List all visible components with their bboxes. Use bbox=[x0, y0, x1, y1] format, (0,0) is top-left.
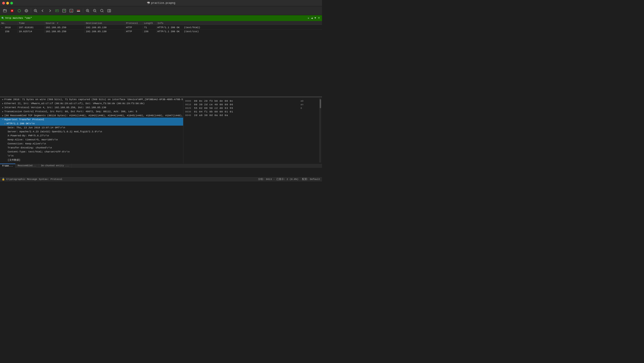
open-file-button[interactable] bbox=[2, 7, 8, 14]
filter-bar: 🔍 http matches "cms" ✕ ◀ ▼ + bbox=[0, 15, 322, 21]
hex-offset: 0000 bbox=[185, 100, 192, 102]
filter-actions: ✕ ◀ ▼ + bbox=[307, 16, 321, 20]
tab-frame[interactable]: Frame... bbox=[0, 164, 16, 168]
hex-ascii: an bbox=[300, 103, 318, 106]
svg-point-6 bbox=[25, 9, 28, 12]
packet-source: 192.168.85.250 bbox=[45, 30, 85, 33]
expand-arrow[interactable]: ▼ bbox=[2, 118, 3, 121]
expand-arrow[interactable]: ▶ bbox=[2, 114, 3, 117]
packet-no: 158 bbox=[0, 30, 18, 33]
tree-item-text: [66 Reassembled TCP Segments (88116 byte… bbox=[4, 114, 183, 117]
packet-protocol: HTTP bbox=[125, 30, 143, 33]
tree-item-text: Internet Protocol Version 4, Src: 192.16… bbox=[4, 106, 106, 109]
hex-offset: 0040 bbox=[185, 114, 192, 117]
column-header-info[interactable]: Info bbox=[156, 22, 322, 24]
packet-row[interactable]: 158 19.625714 192.168.85.250 192.168.85.… bbox=[0, 29, 322, 33]
scroll-down-button[interactable] bbox=[68, 7, 74, 14]
packet-list: No. Time Source ▼ Destination Protocol L… bbox=[0, 21, 322, 34]
colorize-button[interactable] bbox=[75, 7, 82, 14]
maximize-button[interactable] bbox=[10, 2, 13, 4]
tree-item-text: \r\n bbox=[8, 154, 14, 157]
minimize-button[interactable] bbox=[6, 2, 9, 4]
tab-reassembled[interactable]: Reassembled... bbox=[16, 164, 39, 168]
filter-bookmark-button[interactable]: ◀ bbox=[310, 16, 313, 20]
tree-item-http[interactable]: ▼ Hypertext Transfer Protocol bbox=[0, 118, 183, 122]
hex-bytes: 55 82 00 50 c2 d0 63 55 bbox=[194, 107, 299, 109]
tree-item-http-date[interactable]: Date: Thu, 13 Jun 2019 13:07:14 GMT\r\n bbox=[0, 126, 183, 130]
hex-scrollbar[interactable] bbox=[319, 98, 321, 162]
back-button[interactable] bbox=[40, 7, 46, 14]
filter-icon: 🔍 bbox=[1, 17, 4, 20]
expand-arrow[interactable]: ▶ bbox=[2, 106, 3, 109]
hex-bytes: 01 04 f1 9b 00 00 01 01 bbox=[194, 110, 299, 113]
capture-options-button[interactable] bbox=[23, 7, 30, 14]
window-controls[interactable] bbox=[2, 2, 13, 4]
tree-item-http-xpowered[interactable]: X-Powered-By: PHP/5.6.27\r\n bbox=[0, 134, 183, 138]
column-header-protocol[interactable]: Protocol bbox=[125, 22, 143, 24]
sort-arrow: ▼ bbox=[57, 22, 58, 24]
close-file-button[interactable] bbox=[9, 7, 15, 14]
packet-time: 197.619101 bbox=[18, 26, 45, 29]
tree-item-tcp[interactable]: ▶ Transmission Control Protocol, Src Por… bbox=[0, 109, 183, 114]
packet-list-header: No. Time Source ▼ Destination Protocol L… bbox=[0, 21, 322, 25]
close-button[interactable] bbox=[2, 2, 5, 4]
svg-rect-31 bbox=[108, 9, 111, 12]
svg-rect-21 bbox=[77, 11, 80, 12]
zoom-in-btn2[interactable] bbox=[84, 7, 91, 14]
tree-item-http-server[interactable]: Server: Apache/2.4.23 (Win32) OpenSSL/1.… bbox=[0, 130, 183, 134]
scroll-up-button[interactable] bbox=[61, 7, 67, 14]
tree-item-text: X-Powered-By: PHP/5.6.27\r\n bbox=[8, 134, 49, 137]
bottom-tabs: Frame... Reassembled... De-chunked entit… bbox=[0, 163, 322, 168]
detail-area: ▶ Frame 2018: 71 bytes on wire (568 bits… bbox=[0, 97, 322, 163]
zoom-in-button[interactable] bbox=[32, 7, 39, 14]
tab-dechunked[interactable]: De-chunked entity ... bbox=[39, 164, 72, 168]
go-to-packet-button[interactable] bbox=[54, 7, 60, 14]
column-header-no[interactable]: No. bbox=[0, 22, 18, 24]
expand-arrow[interactable]: ▶ bbox=[2, 98, 3, 101]
tree-item-ethernet[interactable]: ▶ Ethernet II, Src: VMware_a3:c7:cf (00:… bbox=[0, 101, 183, 105]
tree-item-text: Server: Apache/2.4.23 (Win32) OpenSSL/1.… bbox=[8, 130, 102, 133]
packet-row[interactable]: ← 2018 197.619101 192.168.85.250 192.168… bbox=[0, 25, 322, 29]
packet-time: 19.625714 bbox=[18, 30, 45, 33]
resize-columns-btn[interactable] bbox=[106, 7, 112, 14]
expand-arrow[interactable]: ▶ bbox=[2, 110, 3, 113]
status-profile: Cryptographic Message Syntax: Protocol bbox=[6, 178, 62, 181]
svg-rect-20 bbox=[77, 10, 80, 10]
filter-input[interactable]: http matches "cms" bbox=[5, 17, 306, 19]
tree-item-text: Connection: Keep-Alive\r\n bbox=[8, 142, 46, 145]
tree-item-reassembled[interactable]: ▶ [66 Reassembled TCP Segments (88116 by… bbox=[0, 114, 183, 118]
tree-item-http-keepalive[interactable]: Keep-Alive: timeout=5, max=100\r\n bbox=[0, 138, 183, 142]
zoom-out-btn[interactable] bbox=[92, 7, 98, 14]
packet-length: 156 bbox=[143, 30, 156, 33]
expand-arrow[interactable]: ▶ bbox=[2, 102, 3, 105]
column-header-source[interactable]: Source ▼ bbox=[45, 22, 85, 24]
toolbar-separator-1 bbox=[31, 8, 31, 13]
tree-item-http-filedata[interactable]: [文件数据] bbox=[0, 158, 183, 162]
column-header-time[interactable]: Time bbox=[18, 22, 45, 24]
tree-item-http-content-type[interactable]: Content-Type: text/html; charset=UTF-8\r… bbox=[0, 150, 183, 154]
hex-bytes: 00 0c 29 f3 b8 de 00 0c bbox=[194, 100, 299, 102]
tree-item-http-crlf[interactable]: \r\n bbox=[0, 154, 183, 158]
reload-button[interactable] bbox=[16, 7, 22, 14]
tree-item-ip[interactable]: ▶ Internet Protocol Version 4, Src: 192.… bbox=[0, 105, 183, 109]
zoom-normal-btn[interactable] bbox=[99, 7, 105, 14]
tree-item-http-transfer[interactable]: Transfer-Encoding: chunked\r\n bbox=[0, 146, 183, 150]
column-header-destination[interactable]: Destination bbox=[85, 22, 125, 24]
packet-length: 71 bbox=[143, 26, 156, 29]
toolbar bbox=[0, 6, 322, 15]
svg-line-28 bbox=[96, 11, 96, 12]
tree-item-http-status[interactable]: ▶ HTTP/1.1 200 OK\r\n bbox=[0, 122, 183, 126]
filter-clear-button[interactable]: ✕ bbox=[307, 16, 310, 20]
tree-item-text: Ethernet II, Src: VMware_a3:c7:cf (00:0c… bbox=[4, 102, 144, 105]
tree-item-http-connection[interactable]: Connection: Keep-Alive\r\n bbox=[0, 142, 183, 146]
status-right: 分组: 6613 · 已显示: 2 (0.0%) 配置: Default bbox=[258, 177, 320, 181]
hex-dump: 0000 00 0c 29 f3 b8 de 00 0c a0 0010 00 … bbox=[183, 97, 322, 163]
toolbar-separator-2 bbox=[83, 8, 83, 13]
forward-button[interactable] bbox=[47, 7, 53, 14]
filter-dropdown-button[interactable]: ▼ bbox=[314, 16, 317, 20]
filter-add-button[interactable]: + bbox=[317, 16, 321, 20]
tree-item-frame[interactable]: ▶ Frame 2018: 71 bytes on wire (568 bits… bbox=[0, 97, 183, 101]
packet-info: HTTP/1.1 200 OK (text/css) bbox=[156, 30, 322, 33]
column-header-length[interactable]: Length bbox=[143, 22, 156, 24]
expand-arrow[interactable]: ▶ bbox=[4, 122, 6, 125]
